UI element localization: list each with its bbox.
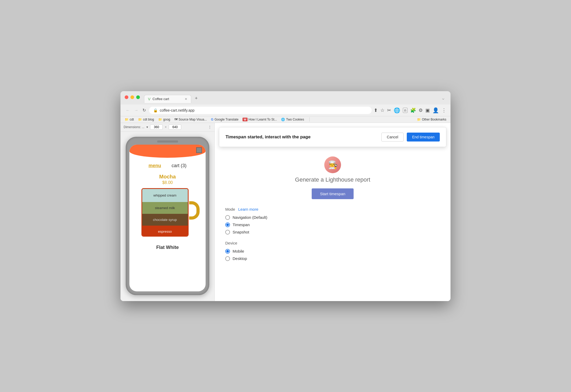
coffee-mug: whipped cream steamed milk chocolate syr… (141, 188, 194, 241)
browser-window: V Coffee cart ✕ + ⌵ ← → ↻ 🔒 coffee-cart.… (120, 91, 451, 301)
flat-white-label: Flat White (129, 245, 206, 253)
mode-timespan[interactable]: Timespan (225, 222, 440, 227)
menu-icon[interactable]: ⋮ (442, 107, 446, 113)
coffee-nav-cart[interactable]: cart (3) (172, 163, 186, 168)
chevron-down-icon[interactable]: ▾ (146, 125, 148, 129)
lighthouse-body: 👨‍🍳 Generate a Lighthouse report Start t… (215, 151, 451, 301)
radio-navigation-circle[interactable] (225, 215, 230, 220)
lighthouse-panel: Timespan started, interact with the page… (215, 123, 451, 301)
radio-mobile-circle[interactable] (225, 249, 230, 254)
learn-more-link[interactable]: Learn more (238, 207, 259, 211)
mode-snapshot-label: Snapshot (233, 230, 249, 234)
map-icon: 🗺 (174, 118, 178, 121)
bookmark-sourcemap[interactable]: 🗺 Source Map Visua... (174, 118, 207, 121)
new-tab-button[interactable]: + (192, 94, 200, 103)
coffee-item-name: Mocha (129, 174, 206, 180)
n-extension-icon[interactable]: n (403, 108, 408, 113)
milk-label: steamed milk (155, 206, 175, 210)
devtools-icon[interactable]: ⚙ (419, 107, 423, 113)
device-desktop-label: Desktop (233, 256, 247, 261)
mug-layer-milk: steamed milk (142, 202, 188, 214)
puzzle-icon[interactable]: 🧩 (410, 107, 416, 113)
bookmark-goog[interactable]: 📁 goog (158, 118, 170, 121)
scissors-icon[interactable]: ✂ (387, 107, 391, 113)
more-options-icon[interactable]: ⋮ (208, 125, 211, 129)
phone-camera (196, 147, 202, 153)
mode-navigation-label: Navigation (Default) (233, 215, 267, 220)
back-button[interactable]: ← (125, 107, 131, 114)
bookmark-learnt[interactable]: W How I Learnt To St... (243, 118, 277, 121)
translate-icon[interactable]: 🌐 (394, 107, 400, 113)
radio-mobile-dot (226, 250, 229, 253)
title-bar: V Coffee cart ✕ + ⌵ (120, 91, 451, 105)
refresh-button[interactable]: ↻ (141, 107, 147, 114)
tab-favicon: V (148, 97, 150, 101)
translate-bookmark-icon: G (211, 118, 213, 121)
phone-speaker (157, 140, 178, 143)
share-icon[interactable]: ⬆ (374, 107, 378, 113)
bookmark-cdt[interactable]: 📁 cdt (125, 118, 134, 121)
width-input[interactable] (150, 124, 163, 130)
cream-label: whipped cream (153, 193, 176, 197)
address-input[interactable]: 🔒 coffee-cart.netlify.app (149, 107, 372, 114)
bookmark-icon[interactable]: ☆ (380, 107, 385, 113)
device-mobile-label: Mobile (233, 249, 244, 253)
sidebar-icon[interactable]: ▣ (425, 107, 430, 113)
other-bookmarks[interactable]: 📁 Other Bookmarks (417, 118, 446, 121)
coffee-mug-wrapper: whipped cream steamed milk chocolate syr… (135, 188, 200, 241)
start-timespan-button[interactable]: Start timespan (312, 188, 354, 199)
dimensions-separator: × (165, 125, 167, 129)
bookmark-cdt-blog[interactable]: 📁 cdt blog (138, 118, 154, 121)
devtools-panel: Dimensions: ... ▾ × ⋮ (120, 123, 215, 301)
coffee-app-header (129, 145, 206, 158)
chef-emoji: 👨‍🍳 (328, 160, 338, 169)
bookmark-label: Two Cookies (286, 118, 304, 121)
end-timespan-button[interactable]: End timespan (407, 133, 440, 141)
tab-menu-button[interactable]: ⌵ (442, 96, 446, 100)
mode-navigation[interactable]: Navigation (Default) (225, 215, 440, 220)
device-mobile[interactable]: Mobile (225, 249, 440, 254)
device-radio-group: Mobile Desktop (225, 249, 440, 261)
device-label: Device (225, 241, 440, 245)
phone-mockup-area: menu cart (3) Mocha $8.00 whipped cream (120, 132, 215, 301)
minimize-traffic-light[interactable] (130, 95, 134, 99)
close-traffic-light[interactable] (125, 95, 128, 99)
folder-other-icon: 📁 (417, 118, 421, 121)
phone-outer: menu cart (3) Mocha $8.00 whipped cream (126, 137, 209, 295)
mode-label: Mode (225, 207, 235, 211)
maximize-traffic-light[interactable] (136, 95, 140, 99)
cancel-button[interactable]: Cancel (381, 133, 404, 141)
mug-handle (189, 201, 200, 220)
browser-content: Dimensions: ... ▾ × ⋮ (120, 123, 451, 301)
bookmark-label: Source Map Visua... (179, 118, 207, 121)
forward-button[interactable]: → (133, 107, 139, 114)
bookmark-cookies[interactable]: 🌐 Two Cookies (281, 118, 304, 121)
mode-snapshot[interactable]: Snapshot (225, 230, 440, 235)
lighthouse-title: Generate a Lighthouse report (295, 176, 370, 183)
cookie-icon: 🌐 (281, 118, 285, 121)
phone-inner: menu cart (3) Mocha $8.00 whipped cream (129, 145, 206, 291)
bookmark-translate[interactable]: G Google Translate (211, 118, 239, 121)
folder-icon: 📁 (138, 118, 142, 121)
height-input[interactable] (169, 124, 181, 130)
bookmark-label: Google Translate (215, 118, 238, 121)
avatar-icon[interactable]: 👤 (432, 107, 439, 113)
traffic-lights (125, 95, 140, 99)
active-tab[interactable]: V Coffee cart ✕ (144, 95, 191, 103)
dimensions-bar: Dimensions: ... ▾ × ⋮ (120, 123, 215, 132)
coffee-nav-menu[interactable]: menu (149, 163, 161, 168)
radio-timespan-circle[interactable] (225, 222, 230, 227)
coffee-nav: menu cart (3) (129, 160, 206, 171)
coffee-item-price: $8.00 (129, 180, 206, 185)
radio-snapshot-circle[interactable] (225, 230, 230, 235)
chocolate-label: chocolate syrup (153, 218, 177, 222)
mug-layer-espresso: espresso (142, 226, 188, 237)
timespan-message: Timespan started, interact with the page (226, 134, 311, 140)
radio-desktop-circle[interactable] (225, 256, 230, 261)
bookmark-label: cdt (130, 118, 134, 121)
tabs-row: V Coffee cart ✕ + ⌵ (144, 94, 446, 103)
tab-close-button[interactable]: ✕ (185, 97, 187, 101)
mug-layer-cream: whipped cream (142, 189, 188, 202)
w-icon: W (243, 118, 247, 121)
device-desktop[interactable]: Desktop (225, 256, 440, 261)
